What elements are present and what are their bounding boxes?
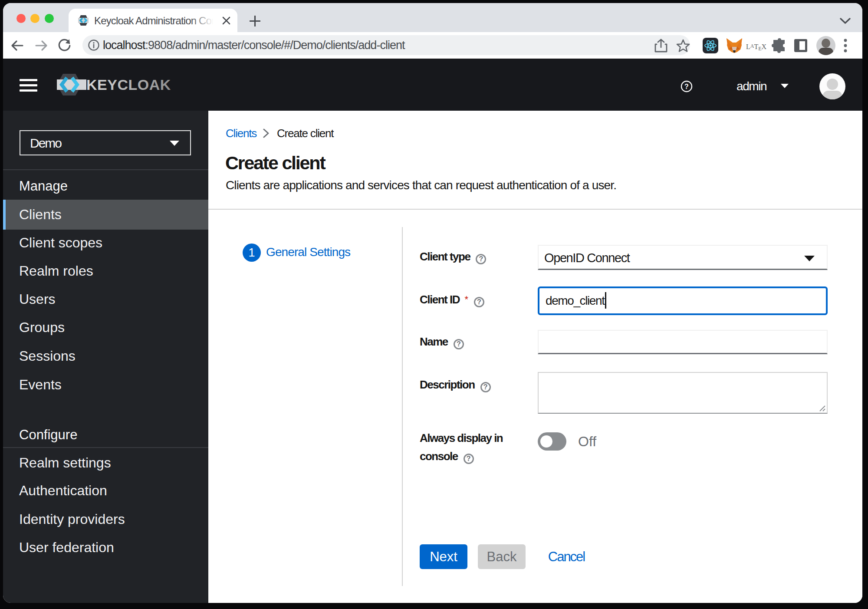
svg-text:KEYCLOAK: KEYCLOAK: [86, 76, 171, 93]
svg-text:?: ?: [684, 83, 689, 90]
